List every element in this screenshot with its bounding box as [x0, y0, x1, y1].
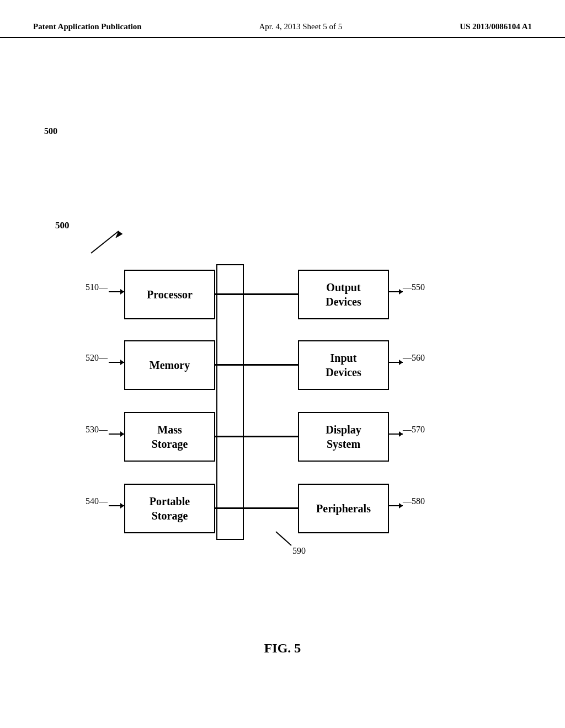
ref-label-550: —550 [403, 282, 425, 292]
memory-box: Memory [124, 340, 215, 390]
input-devices-box: InputDevices [298, 340, 389, 390]
main-content: 500 590 500 51 [0, 38, 565, 700]
processor-box: Processor [124, 270, 215, 319]
ref-label-580: —580 [403, 496, 425, 506]
ref-label-570: —570 [403, 425, 425, 435]
connector-bus-inputdevices [243, 364, 299, 366]
connector-bus-peripherals [243, 507, 299, 509]
header-right: US 2013/0086104 A1 [460, 22, 532, 31]
display-system-box: DisplaySystem [298, 412, 389, 462]
figure-caption: FIG. 5 [0, 641, 565, 656]
diagram-svg: 590 [0, 38, 565, 700]
header-center: Apr. 4, 2013 Sheet 5 of 5 [259, 22, 343, 31]
page-header: Patent Application Publication Apr. 4, 2… [0, 0, 565, 38]
output-devices-box: OutputDevices [298, 270, 389, 319]
bus-rectangle [216, 264, 244, 540]
portable-storage-box: PortableStorage [124, 484, 215, 533]
connector-bus-displaysystem [243, 436, 299, 437]
svg-text:590: 590 [292, 546, 306, 555]
ref-label-540: 540— [86, 496, 108, 506]
ref-label-520: 520— [86, 353, 108, 363]
mass-storage-box: MassStorage [124, 412, 215, 462]
peripherals-box: Peripherals [298, 484, 389, 533]
connector-bus-outputdevices [243, 293, 299, 295]
ref-500: 500 [55, 220, 70, 231]
ref-label-530: 530— [86, 425, 108, 435]
label-500: 500 [44, 126, 57, 136]
svg-line-9 [276, 532, 291, 545]
ref-label-560: —560 [403, 353, 425, 363]
svg-line-0 [91, 231, 119, 253]
ref-label-510: 510— [86, 282, 108, 292]
header-left: Patent Application Publication [33, 22, 142, 31]
